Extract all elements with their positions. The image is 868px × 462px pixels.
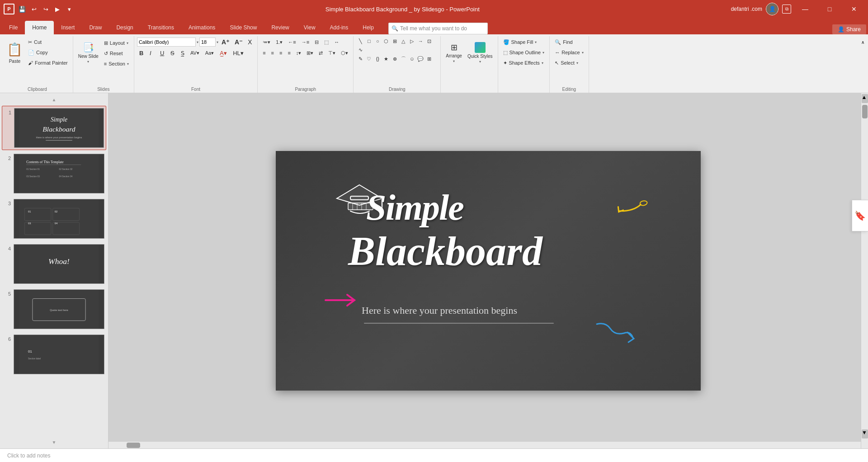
- convert-button[interactable]: ↔: [332, 37, 341, 47]
- justify-button[interactable]: ≡: [285, 48, 292, 58]
- align-right-button[interactable]: ≡: [277, 48, 284, 58]
- search-input-label[interactable]: Tell me what you want to do: [400, 25, 467, 32]
- tab-file[interactable]: File: [2, 21, 25, 34]
- user-avatar[interactable]: 👤: [766, 3, 778, 15]
- find-button[interactable]: 🔍 Find: [552, 37, 585, 47]
- font-size-dropdown-icon[interactable]: ▾: [217, 40, 218, 44]
- font-size-input[interactable]: [199, 38, 216, 47]
- numbering-button[interactable]: 1.▾: [274, 37, 285, 47]
- font-name-input[interactable]: [137, 38, 196, 47]
- slide-thumb-2[interactable]: 2 Contents of This Template 01 Section 0…: [2, 152, 106, 195]
- decrease-indent-button[interactable]: ←≡: [286, 37, 298, 47]
- tab-transitions[interactable]: Transitions: [141, 21, 181, 34]
- tab-view[interactable]: View: [297, 21, 323, 34]
- shape-more-btn[interactable]: ⊞: [391, 37, 399, 45]
- arrange-button[interactable]: ⊞ Arrange ▾: [443, 37, 464, 69]
- clear-format-button[interactable]: Ⅹ: [245, 37, 255, 47]
- slide-panel-scroll-up[interactable]: ▲: [2, 95, 106, 104]
- canvas-vertical-scrollbar[interactable]: ▲ ▼: [861, 93, 868, 448]
- shape-curve-btn[interactable]: ∿: [356, 46, 364, 54]
- tab-review[interactable]: Review: [264, 21, 296, 34]
- underline-button[interactable]: U: [158, 48, 167, 58]
- notes-area[interactable]: Click to add notes: [0, 448, 868, 462]
- shape-more3-btn[interactable]: ⊕: [391, 55, 399, 63]
- slide-thumb-1[interactable]: 1 Simple Blackboard Here is where your p…: [2, 106, 106, 150]
- slide-thumb-5[interactable]: 5 Quote text here: [2, 288, 106, 331]
- bookmark-panel[interactable]: 🔖: [852, 200, 868, 231]
- format-painter-button[interactable]: 🖌Format Painter: [26, 58, 70, 68]
- select-button[interactable]: ↖ Select ▾: [552, 58, 585, 68]
- align-center-button[interactable]: ≡: [269, 48, 276, 58]
- align-left-button[interactable]: ≡: [260, 48, 268, 58]
- shape-circle-btn[interactable]: ○: [373, 37, 382, 45]
- slide-thumb-3[interactable]: 3 01 02 03 04: [2, 197, 106, 240]
- shape-rect-btn[interactable]: □: [365, 37, 373, 45]
- tab-home[interactable]: Home: [25, 21, 54, 34]
- shape-heart-btn[interactable]: ♡: [365, 55, 373, 63]
- shape-outline-button[interactable]: ⬚ Shape Outline ▾: [501, 47, 547, 57]
- strikethrough-button[interactable]: S: [168, 48, 177, 58]
- slide-thumb-4[interactable]: 4 Whoa!: [2, 242, 106, 286]
- shape-arc-btn[interactable]: ⌒: [399, 55, 407, 63]
- shape-callout-btn[interactable]: 💬: [416, 55, 425, 63]
- shape-more4-btn[interactable]: ⊞: [425, 55, 433, 63]
- qat-more-button[interactable]: ▾: [64, 4, 74, 14]
- presentation-button[interactable]: ▶: [52, 4, 62, 14]
- paste-button[interactable]: 📋 Paste: [5, 37, 25, 69]
- tab-draw[interactable]: Draw: [82, 21, 109, 34]
- copy-button[interactable]: 📄Copy: [26, 47, 70, 57]
- reset-button[interactable]: ↺ Reset: [102, 48, 131, 58]
- shape-bracket-btn[interactable]: {}: [373, 55, 382, 63]
- shape-tri1-btn[interactable]: △: [399, 37, 407, 45]
- shape-hex-btn[interactable]: ⬡: [382, 37, 390, 45]
- collapse-ribbon-button[interactable]: ∧: [859, 38, 866, 47]
- bold-button[interactable]: B: [137, 48, 146, 58]
- shape-star-btn[interactable]: ★: [382, 55, 390, 63]
- minimize-button[interactable]: —: [795, 0, 816, 18]
- quick-styles-button[interactable]: Quick Styles ▾: [465, 37, 495, 69]
- tab-animations[interactable]: Animations: [181, 21, 222, 34]
- font-case-button[interactable]: Aa▾: [203, 48, 216, 58]
- shadow-button[interactable]: S̲: [179, 48, 187, 58]
- shape-effects-button[interactable]: ✦ Shape Effects ▾: [501, 58, 547, 68]
- italic-button[interactable]: I: [147, 48, 156, 58]
- undo-button[interactable]: ↩: [29, 4, 39, 14]
- shape-arrow-btn[interactable]: →: [416, 37, 425, 45]
- share-button[interactable]: 👤 Share: [832, 24, 866, 34]
- tab-insert[interactable]: Insert: [54, 21, 82, 34]
- text-highlight-button[interactable]: HL▾: [231, 48, 246, 58]
- text-dir-button[interactable]: ⇄: [316, 48, 325, 58]
- save-button[interactable]: 💾: [17, 4, 27, 14]
- redo-button[interactable]: ↪: [41, 4, 51, 14]
- restore-button[interactable]: ⧉: [782, 5, 791, 14]
- shape-freeform-btn[interactable]: ✎: [356, 55, 364, 63]
- tab-help[interactable]: Help: [355, 21, 381, 34]
- font-name-dropdown-icon[interactable]: ▾: [197, 40, 198, 44]
- decrease-font-button[interactable]: A⁻: [232, 37, 245, 47]
- align-text-button[interactable]: ⊤▾: [326, 48, 338, 58]
- smartart2-button[interactable]: ⬡▾: [339, 48, 350, 58]
- bullets-button[interactable]: ≔▾: [260, 37, 273, 47]
- increase-font-button[interactable]: A⁺: [219, 37, 231, 47]
- shape-line-btn[interactable]: ╲: [356, 37, 364, 45]
- font-color-button[interactable]: A̲▾: [217, 48, 229, 58]
- columns-button[interactable]: ⊞▾: [304, 48, 316, 58]
- cut-button[interactable]: ✂Cut: [26, 37, 70, 47]
- close-button[interactable]: ✕: [844, 0, 864, 18]
- increase-indent-button[interactable]: →≡: [299, 37, 311, 47]
- slide-thumb-6[interactable]: 6 01 Section label: [2, 333, 106, 376]
- char-spacing-button[interactable]: AV▾: [188, 48, 202, 58]
- shape-fill-button[interactable]: 🪣 Shape Fill ▾: [501, 37, 547, 47]
- tab-addins[interactable]: Add-ins: [323, 21, 356, 34]
- maximize-button[interactable]: □: [819, 0, 840, 18]
- search-bar[interactable]: 🔍 Tell me what you want to do: [388, 23, 488, 34]
- shape-more2-btn[interactable]: ⊡: [425, 37, 433, 45]
- new-slide-button[interactable]: 📑 New Slide ▾: [76, 37, 101, 69]
- smart-art-button[interactable]: ⬚: [322, 37, 331, 47]
- slide-canvas[interactable]: Simple Blackboard Here is where your pre…: [276, 151, 701, 391]
- tab-design[interactable]: Design: [109, 21, 140, 34]
- section-button[interactable]: ≡ Section ▾: [102, 59, 131, 69]
- slide-panel-scroll-down[interactable]: ▼: [2, 438, 106, 447]
- tab-slideshow[interactable]: Slide Show: [222, 21, 264, 34]
- layout-button[interactable]: ⊞ Layout ▾: [102, 38, 131, 48]
